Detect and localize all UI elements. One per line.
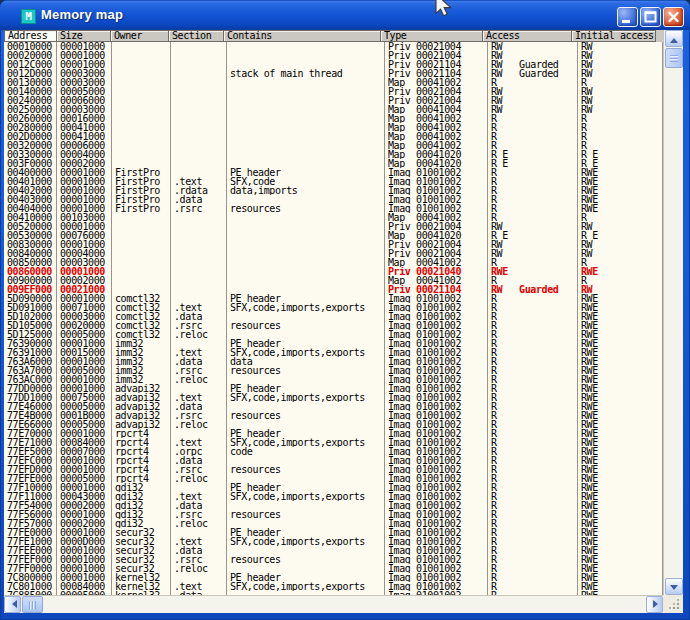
table-row[interactable]: 763A700000005000imm32.rsrcresourcesImag … — [4, 366, 663, 375]
table-row[interactable]: 0041000000103000Map 00041002RR — [4, 213, 663, 222]
cell-section: .orpc — [171, 447, 227, 456]
column-header-initial-access[interactable]: Initial access — [571, 30, 656, 42]
vertical-scrollbar[interactable] — [663, 30, 683, 595]
table-row[interactable]: 77F5600000001000gdi32.rsrcresourcesImag … — [4, 510, 663, 519]
vertical-scroll-thumb[interactable] — [665, 48, 683, 68]
column-header-section[interactable]: Section — [168, 30, 224, 42]
cell-owner — [112, 150, 171, 159]
table-row[interactable]: 77FEF00000001000secur32.rsrcresourcesIma… — [4, 555, 663, 564]
table-row[interactable]: 77DD100000075000advapi32.textSFX,code,im… — [4, 393, 663, 402]
table-row[interactable]: 7C80100000084000kernel32.textSFX,code,im… — [4, 582, 663, 591]
column-header-owner[interactable]: Owner — [110, 30, 169, 42]
table-row[interactable]: 77FE10000000D000secur32.textSFX,code,imp… — [4, 537, 663, 546]
table-row[interactable]: 77FF000000001000secur32.relocImag 010010… — [4, 564, 663, 573]
minimize-button[interactable] — [617, 7, 638, 27]
table-row[interactable]: 77F5700000002000gdi32.relocImag 01001002… — [4, 519, 663, 528]
maximize-button[interactable] — [640, 7, 661, 27]
cell-owner: FirstPro — [112, 168, 171, 177]
cell-section — [171, 69, 227, 78]
table-row[interactable]: 003F000000002000Map 00041020R ER E — [4, 159, 663, 168]
table-row[interactable]: 77E6600000005000advapi32.relocImag 01001… — [4, 420, 663, 429]
table-row[interactable]: 0033000000004000Map 00041020R ER E — [4, 150, 663, 159]
table-row[interactable]: 77FE000000001000secur32PE headerImag 010… — [4, 528, 663, 537]
table-row[interactable]: 0028000000041000Map 00041002RR — [4, 123, 663, 132]
memory-map-icon[interactable]: M — [21, 9, 36, 24]
table-row[interactable]: 763AC00000001000imm32.relocImag 01001002… — [4, 375, 663, 384]
cell-contains — [227, 564, 385, 573]
column-header-address[interactable]: Address — [4, 30, 57, 42]
table-row[interactable]: 0040100000001000FirstPro.textSFX,codeIma… — [4, 177, 663, 186]
table-row[interactable]: 0001000000001000Priv 00021004RWRW — [4, 42, 663, 51]
table-row[interactable]: 0053000000076000Map 00041020R ER E — [4, 231, 663, 240]
table-row[interactable]: 009EF00000021000Priv 00021104RW GuardedR… — [4, 285, 663, 294]
table-row[interactable]: 7639100000015000imm32.textSFX,code,impor… — [4, 348, 663, 357]
table-row[interactable]: 0014000000005000Priv 00021004RWRW — [4, 87, 663, 96]
table-row[interactable]: 77EF500000007000rpcrt4.orpccodeImag 0100… — [4, 447, 663, 456]
cell-type: Imag 01001002 — [385, 474, 488, 483]
cell-initial-access: RWE — [578, 321, 663, 330]
table-row[interactable]: 7C80000000001000kernel32PE headerImag 01… — [4, 573, 663, 582]
scroll-up-button[interactable] — [665, 30, 683, 47]
cell-access: R — [488, 132, 578, 141]
memory-map-table: 0001000000001000Priv 00021004RWRW0002000… — [4, 42, 663, 595]
table-row[interactable]: 77DD000000001000advapi32PE headerImag 01… — [4, 384, 663, 393]
cell-contains — [227, 141, 385, 150]
column-header-contains[interactable]: Contains — [223, 30, 381, 42]
table-row[interactable]: 0084000000004000Priv 00021004RWRW — [4, 249, 663, 258]
scroll-down-button[interactable] — [665, 578, 683, 595]
table-row[interactable]: 0032000000006000Map 00041002RR — [4, 141, 663, 150]
table-row[interactable]: 77EFD00000001000rpcrt4.rsrcresourcesImag… — [4, 465, 663, 474]
table-row[interactable]: 0025000000003000Map 00041004RWRW — [4, 105, 663, 114]
table-row[interactable]: 0013000000003000Map 00041002RR — [4, 78, 663, 87]
table-row[interactable]: 0083000000001000Priv 00021004RWRW — [4, 240, 663, 249]
table-row[interactable]: 77E4600000005000advapi32.dataImag 010010… — [4, 402, 663, 411]
table-row[interactable]: 77F1100000043000gdi32.textSFX,code,impor… — [4, 492, 663, 501]
table-row[interactable]: 77E7000000001000rpcrt4PE headerImag 0100… — [4, 429, 663, 438]
scroll-right-button[interactable] — [646, 596, 663, 613]
table-row[interactable]: 77F5400000002000gdi32.dataImag 01001002R… — [4, 501, 663, 510]
table-row[interactable]: 0012C00000001000Priv 00021104RW GuardedR… — [4, 60, 663, 69]
table-row[interactable]: 0090000000002000Map 00041002RR — [4, 276, 663, 285]
cell-section — [171, 123, 227, 132]
column-header-access[interactable]: Access — [482, 30, 572, 42]
cell-initial-access: RWE — [578, 546, 663, 555]
horizontal-scrollbar[interactable] — [4, 595, 663, 613]
title-bar[interactable]: M Memory map — [0, 0, 690, 30]
table-row[interactable]: 0086000000001000Priv 00021040RWERWE — [4, 267, 663, 276]
table-row[interactable]: 5D12500000005000comctl32.relocImag 01001… — [4, 330, 663, 339]
table-row[interactable]: 77EFE00000005000rpcrt4.relocImag 0100100… — [4, 474, 663, 483]
cell-contains — [227, 78, 385, 87]
cell-initial-access: RWE — [578, 510, 663, 519]
cell-initial-access: RWE — [578, 357, 663, 366]
table-row[interactable]: 77EFC00000001000rpcrt4.dataImag 01001002… — [4, 456, 663, 465]
table-row[interactable]: 0040200000001000FirstPro.rdatadata,impor… — [4, 186, 663, 195]
arrow-down-icon — [670, 585, 678, 594]
table-row[interactable]: 763A600000001000imm32.datadataImag 01001… — [4, 357, 663, 366]
table-row[interactable]: 5D10500000020000comctl32.rsrcresourcesIm… — [4, 321, 663, 330]
table-row[interactable]: 5D09100000071000comctl32.textSFX,code,im… — [4, 303, 663, 312]
table-row[interactable]: 0040400000001000FirstPro.rsrcresourcesIm… — [4, 204, 663, 213]
resize-grip[interactable] — [663, 595, 683, 613]
table-row[interactable]: 0012D00000003000stack of main threadPriv… — [4, 69, 663, 78]
table-row[interactable]: 0052000000001000Priv 00021004RWRW — [4, 222, 663, 231]
table-row[interactable]: 77FEE00000001000secur32.dataImag 0100100… — [4, 546, 663, 555]
table-row[interactable]: 5D09000000001000comctl32PE headerImag 01… — [4, 294, 663, 303]
table-row[interactable]: 0002000000001000Priv 00021004RWRW — [4, 51, 663, 60]
table-row[interactable]: 002D000000041000Map 00041002RR — [4, 132, 663, 141]
horizontal-scroll-thumb[interactable] — [22, 596, 43, 613]
table-row[interactable]: 77E4B0000001B000advapi32.rsrcresourcesIm… — [4, 411, 663, 420]
table-row[interactable]: 7639000000001000imm32PE headerImag 01001… — [4, 339, 663, 348]
table-row[interactable]: 0024000000006000Priv 00021004RWRW — [4, 96, 663, 105]
table-row[interactable]: 5D10200000003000comctl32.dataImag 010010… — [4, 312, 663, 321]
column-header-size[interactable]: Size — [56, 30, 111, 42]
scroll-left-button[interactable] — [4, 596, 21, 613]
table-row[interactable]: 0040000000001000FirstProPE headerImag 01… — [4, 168, 663, 177]
close-button[interactable] — [663, 7, 684, 27]
table-row[interactable]: 0040300000001000FirstPro.dataImag 010010… — [4, 195, 663, 204]
table-row[interactable]: 77F1000000001000gdi32PE headerImag 01001… — [4, 483, 663, 492]
table-row[interactable]: 77E7100000084000rpcrt4.textSFX,code,impo… — [4, 438, 663, 447]
table-row[interactable]: 0085000000003000Map 00041002RR — [4, 258, 663, 267]
table-row[interactable]: 0026000000016000Map 00041002RR — [4, 114, 663, 123]
cell-initial-access: RWE — [578, 330, 663, 339]
column-header-type[interactable]: Type — [380, 30, 483, 42]
